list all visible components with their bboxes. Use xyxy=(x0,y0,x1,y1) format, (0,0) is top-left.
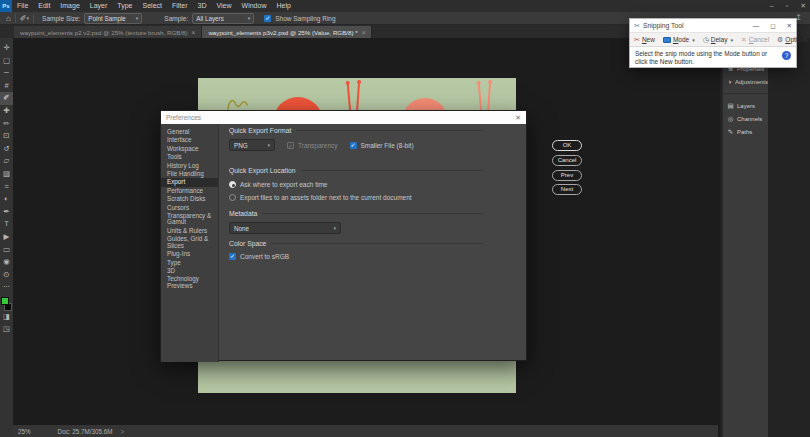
prefs-nav-3d[interactable]: 3D xyxy=(161,267,218,275)
prefs-nav-workspace[interactable]: Workspace xyxy=(161,145,218,153)
cancel-button[interactable]: Cancel xyxy=(552,155,582,166)
ok-button[interactable]: OK xyxy=(552,140,582,151)
panel-tab-layers[interactable]: ▤ Layers xyxy=(723,99,768,112)
close-icon[interactable]: ✕ xyxy=(800,0,806,11)
photoshop-logo-icon: Ps xyxy=(0,0,12,12)
type-tool[interactable]: T xyxy=(0,218,13,231)
prefs-nav-guides-grid-slices[interactable]: Guides, Grid & Slices xyxy=(161,235,218,250)
sample-size-select[interactable]: Point Sample ▾ xyxy=(84,13,142,24)
prefs-nav-scratch-disks[interactable]: Scratch Disks xyxy=(161,195,218,203)
move-tool[interactable]: ✛ xyxy=(0,42,13,55)
prefs-nav-plug-ins[interactable]: Plug-Ins xyxy=(161,250,218,258)
antenna-shape xyxy=(347,84,351,112)
panel-tab-adjustments[interactable]: ◑ Adjustments xyxy=(723,75,768,88)
prefs-nav-file-handling[interactable]: File Handling xyxy=(161,170,218,178)
smaller-file-checkbox[interactable] xyxy=(350,142,357,149)
new-snip-button[interactable]: ✂ New xyxy=(634,36,655,44)
export-to-assets-folder-radio[interactable] xyxy=(229,194,236,201)
restore-icon[interactable]: ▫ xyxy=(786,0,788,11)
shape-tool[interactable]: ▭ xyxy=(0,244,13,257)
antenna-shape xyxy=(478,84,482,112)
prefs-nav-type[interactable]: Type xyxy=(161,259,218,267)
prefs-nav-tools[interactable]: Tools xyxy=(161,153,218,161)
smudge-tool[interactable]: ≈ xyxy=(0,181,13,194)
menu-help[interactable]: Help xyxy=(271,0,295,12)
zoom-level[interactable]: 25% xyxy=(18,428,31,435)
lasso-tool[interactable]: ∽ xyxy=(0,67,13,80)
zoom-tool[interactable]: ⊙ xyxy=(0,269,13,282)
prefs-nav-performance[interactable]: Performance xyxy=(161,187,218,195)
history-brush-tool[interactable]: ↺ xyxy=(0,143,13,156)
quick-mask-icon[interactable]: ◨ xyxy=(0,311,13,324)
menu-window[interactable]: Window xyxy=(237,0,272,12)
ask-where-to-export-radio[interactable] xyxy=(229,181,236,188)
prefs-nav-interface[interactable]: Interface xyxy=(161,136,218,144)
close-icon[interactable]: ✕ xyxy=(787,22,792,30)
menu-view[interactable]: View xyxy=(212,0,237,12)
close-tab-icon[interactable]: × xyxy=(362,29,366,36)
prev-button[interactable]: Prev xyxy=(552,170,582,181)
snipping-toolbar: ✂ New Mode ▾ ◷ Delay ▾ ✕ Cancel ⚙ xyxy=(630,32,796,47)
status-options-arrow-icon[interactable]: > xyxy=(121,428,125,435)
photoshop-window: Ps File Edit Image Layer Type Select Fil… xyxy=(0,0,810,437)
show-sampling-ring-checkbox[interactable] xyxy=(264,15,271,22)
menu-filter[interactable]: Filter xyxy=(167,0,193,12)
home-icon[interactable]: ⌂ xyxy=(6,12,11,25)
crop-tool[interactable]: # xyxy=(0,80,13,93)
snipping-title-bar[interactable]: ✂ Snipping Tool — ◻ ✕ xyxy=(630,19,796,32)
menu-3d[interactable]: 3D xyxy=(193,0,212,12)
metadata-value: None xyxy=(234,225,249,232)
prefs-nav-transparency-gamut[interactable]: Transparency & Gamut xyxy=(161,212,218,227)
mode-button[interactable]: Mode ▾ xyxy=(663,36,695,43)
menu-file[interactable]: File xyxy=(12,0,33,12)
delay-button[interactable]: ◷ Delay ▾ xyxy=(703,36,733,44)
chevron-down-icon[interactable]: ▾ xyxy=(27,15,30,21)
path-selection-tool[interactable]: ▶ xyxy=(0,231,13,244)
minimize-icon[interactable]: – xyxy=(770,0,774,11)
gear-icon: ⚙ xyxy=(777,36,783,44)
panel-tab-channels[interactable]: ◎ Channels xyxy=(723,112,768,125)
antenna-shape xyxy=(356,83,360,112)
help-icon[interactable]: ? xyxy=(782,51,791,60)
convert-to-srgb-checkbox[interactable] xyxy=(229,253,236,260)
eyedropper-tool[interactable]: ✐ xyxy=(0,92,13,105)
tab-waypoint-elements-p2[interactable]: waypoint_elements p2 v2.psd @ 25% (textu… xyxy=(14,26,202,38)
eraser-tool[interactable]: ▱ xyxy=(0,155,13,168)
pen-tool[interactable]: ✒ xyxy=(0,206,13,219)
foreground-color-swatch[interactable] xyxy=(1,297,9,305)
prefs-nav-cursors[interactable]: Cursors xyxy=(161,204,218,212)
menu-type[interactable]: Type xyxy=(112,0,137,12)
screen-mode-icon[interactable]: ◳ xyxy=(0,323,13,336)
close-icon[interactable]: ✕ xyxy=(515,114,521,122)
brush-tool[interactable]: ✏ xyxy=(0,118,13,131)
prefs-nav-history-log[interactable]: History Log xyxy=(161,162,218,170)
maximize-icon[interactable]: ◻ xyxy=(770,22,775,30)
spot-healing-tool[interactable]: ✚ xyxy=(0,105,13,118)
menu-select[interactable]: Select xyxy=(138,0,167,12)
dialog-title-bar[interactable]: Preferences ✕ xyxy=(161,111,526,124)
panel-tab-paths[interactable]: ✎ Paths xyxy=(723,125,768,138)
hand-tool[interactable]: ◉ xyxy=(0,256,13,269)
eyedropper-preset-icon[interactable]: ✐ xyxy=(20,12,27,25)
prefs-nav-units-rulers[interactable]: Units & Rulers xyxy=(161,227,218,235)
close-tab-icon[interactable]: × xyxy=(192,29,196,36)
menu-edit[interactable]: Edit xyxy=(33,0,55,12)
prefs-nav-technology-previews[interactable]: Technology Previews xyxy=(161,275,218,290)
dodge-tool[interactable]: ◐ xyxy=(0,193,13,206)
gradient-tool[interactable]: ▨ xyxy=(0,168,13,181)
snipping-hint-text: Select the snip mode using the Mode butt… xyxy=(630,47,796,65)
metadata-select[interactable]: None ▾ xyxy=(229,222,341,234)
options-button[interactable]: ⚙ Options xyxy=(777,36,808,44)
prefs-nav-general[interactable]: General xyxy=(161,128,218,136)
edit-toolbar-icon[interactable]: ⋯ xyxy=(0,281,13,294)
minimize-icon[interactable]: — xyxy=(753,22,760,29)
prefs-nav-export[interactable]: Export xyxy=(161,178,218,186)
rectangular-marquee-tool[interactable]: ▢ xyxy=(0,55,13,68)
sample-select[interactable]: All Layers ▾ xyxy=(192,13,254,24)
clone-stamp-tool[interactable]: ⊡ xyxy=(0,130,13,143)
tab-waypoint-elements-p3[interactable]: waypoint_elements p3v2.psd @ 25% (Value,… xyxy=(202,26,372,38)
next-button[interactable]: Next xyxy=(552,184,582,195)
export-format-select[interactable]: PNG ▾ xyxy=(229,139,275,151)
menu-image[interactable]: Image xyxy=(55,0,84,12)
menu-layer[interactable]: Layer xyxy=(85,0,113,12)
